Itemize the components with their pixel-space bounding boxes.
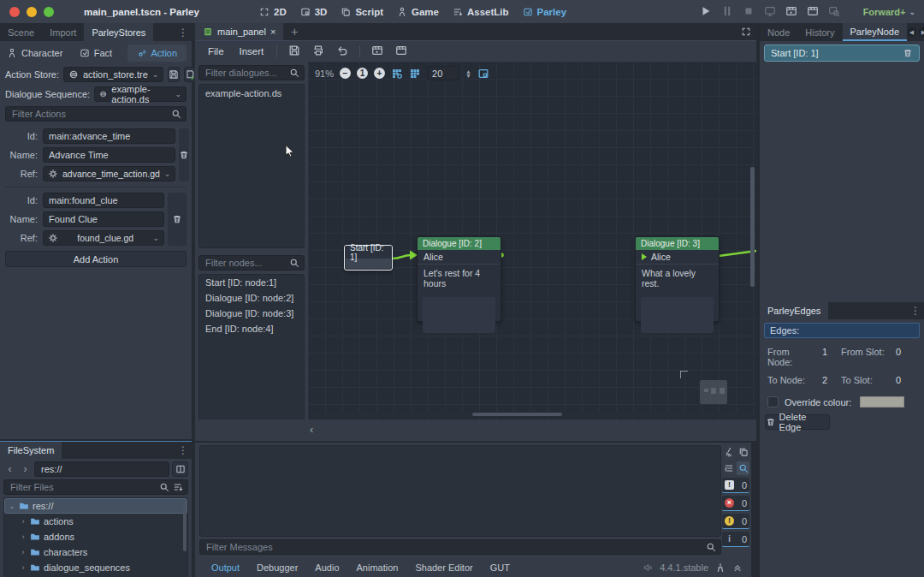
tab-main-panel[interactable]: main_panel × [195,23,283,40]
snap-settings-icon[interactable] [391,68,403,80]
split-mode-button[interactable] [172,461,188,477]
play-button[interactable] [700,5,712,19]
tree-item-res-root[interactable]: ⌄ res:// [4,498,187,514]
store-tab-character[interactable]: Character [5,45,64,62]
graph-horizontal-scrollbar[interactable] [310,412,753,417]
sort-files-icon[interactable] [173,482,183,492]
graph-minimap[interactable] [700,380,727,404]
test-scene-icon[interactable] [391,45,412,58]
store-tab-fact[interactable]: Fact [66,45,125,62]
list-item-node[interactable]: Dialogue [ID: node:2] [199,290,304,306]
tab-audio[interactable]: Audio [307,562,346,573]
minimap-toggle-icon[interactable] [477,68,489,80]
override-colour-checkbox[interactable] [767,396,779,407]
chevron-right-icon[interactable]: › [20,563,27,572]
filter-dialogues-input[interactable] [198,65,305,80]
tab-parleynode[interactable]: ParleyNode [843,23,907,41]
renderer-selector[interactable]: Forward+ ⌄ [863,0,915,23]
new-tab-button[interactable]: + [283,23,305,40]
insert-menu-button[interactable]: Insert [234,45,270,58]
delete-action-button[interactable] [168,193,187,246]
tab-node[interactable]: Node [760,23,797,41]
filter-messages-input[interactable] [199,539,721,555]
chevron-right-icon[interactable]: › [20,532,27,541]
tab-parleyedges[interactable]: ParleyEdges [760,302,828,319]
filter-nodes-input[interactable] [198,255,305,271]
snap-spinner[interactable]: ▲▼ [465,69,471,78]
undo-icon[interactable] [332,45,352,58]
expand-panel-icon[interactable] [732,562,743,573]
dialogue-graph-canvas[interactable]: 91% − 1 + 20 ▲▼ Start [ID: 1] Dialogue [… [308,62,756,419]
action-store-dropdown[interactable]: action_store.tre ⌄ [63,67,163,82]
delete-action-button[interactable] [179,128,189,181]
collapse-sidebar-icon[interactable]: ‹ [310,423,313,436]
graph-node-dialogue-2[interactable]: Dialogue [ID: 2] Alice Let's rest for 4 … [417,236,501,322]
tree-item-dialogue-sequences[interactable]: › dialogue_sequences [4,560,187,575]
save-store-button[interactable] [168,67,180,82]
store-tab-action[interactable]: Action [127,45,187,62]
tab-parley[interactable]: Parley [523,7,567,17]
tab-2d[interactable]: 2D [259,7,287,17]
history-back-icon[interactable]: ◀ [907,27,916,37]
colour-swatch[interactable] [860,396,904,407]
parleyedges-menu-icon[interactable]: ⋮ [907,302,924,319]
list-item-node[interactable]: End [ID: node:4] [199,321,304,336]
path-input[interactable] [34,461,169,477]
graph-node-dialogue-3[interactable]: Dialogue [ID: 3] Alice What a lovely res… [635,236,720,322]
zoom-window-button[interactable] [44,7,54,17]
movie-play-button[interactable] [785,5,797,19]
message-count-toggle[interactable]: ! 0 [722,478,749,493]
tab-assetlib[interactable]: AssetLib [453,7,509,17]
movie-maker-button[interactable] [807,5,819,19]
search-output-icon[interactable] [737,461,749,475]
close-window-button[interactable] [9,7,20,17]
chevron-down-icon[interactable]: ⌄ [9,502,15,510]
left-dock-menu-icon[interactable]: ⋮ [175,23,192,41]
snap-toggle-icon[interactable] [409,68,421,80]
info-count-toggle[interactable]: i 0 [722,532,749,547]
copy-output-icon[interactable] [737,445,749,459]
tree-scrollbar[interactable] [183,500,187,551]
pause-button[interactable] [721,5,733,19]
zoom-in-button[interactable]: + [374,68,385,79]
action-ref-dropdown[interactable]: advance_time_action.gd ⌄ [43,166,175,181]
print-icon[interactable] [308,45,329,58]
warning-count-toggle[interactable]: ! 0 [722,514,749,529]
dialogue-sequence-dropdown[interactable]: example-action.ds ⌄ [94,86,187,102]
file-menu-button[interactable]: File [202,45,230,58]
graph-vertical-scrollbar[interactable] [750,167,755,287]
filesystem-menu-icon[interactable]: ⋮ [175,442,192,459]
test-dialogue-icon[interactable] [367,45,388,58]
tab-import[interactable]: Import [42,23,84,41]
filter-actions-input[interactable] [5,106,187,122]
close-tab-icon[interactable]: × [270,27,275,37]
tab-output[interactable]: Output [204,562,247,573]
clear-output-icon[interactable] [722,445,735,459]
remote-debug-icon[interactable] [764,5,776,19]
list-item-node[interactable]: Start [ID: node:1] [199,275,304,290]
tree-item-addons[interactable]: › addons [4,529,187,544]
tab-game[interactable]: Game [397,7,439,17]
chevron-right-icon[interactable]: › [20,548,27,556]
action-name-field[interactable] [43,211,164,227]
list-item-node[interactable]: Dialogue [ID: node:3] [199,306,304,321]
tree-item-characters[interactable]: › characters [4,544,187,560]
add-action-button[interactable]: Add Action [5,251,187,267]
tab-script[interactable]: Script [341,7,383,17]
audio-mute-icon[interactable] [643,562,653,573]
chevron-right-icon[interactable]: › [20,517,27,526]
zoom-out-button[interactable]: − [340,68,351,79]
tab-debugger[interactable]: Debugger [249,562,305,573]
history-forward-icon[interactable]: ▶ [919,27,924,37]
action-id-field[interactable] [43,128,175,144]
nav-back-button[interactable]: ‹ [3,462,16,476]
filter-files-input[interactable] [3,479,188,495]
tab-gut[interactable]: GUT [483,562,518,573]
tab-history[interactable]: History [797,23,842,41]
list-item-dialogue-file[interactable]: example-action.ds [199,85,304,102]
action-ref-dropdown[interactable]: found_clue.gd ⌄ [43,230,164,246]
output-log[interactable] [199,445,721,537]
error-count-toggle[interactable]: × 0 [722,496,749,511]
action-name-field[interactable] [43,147,175,163]
stop-button[interactable] [743,5,755,19]
